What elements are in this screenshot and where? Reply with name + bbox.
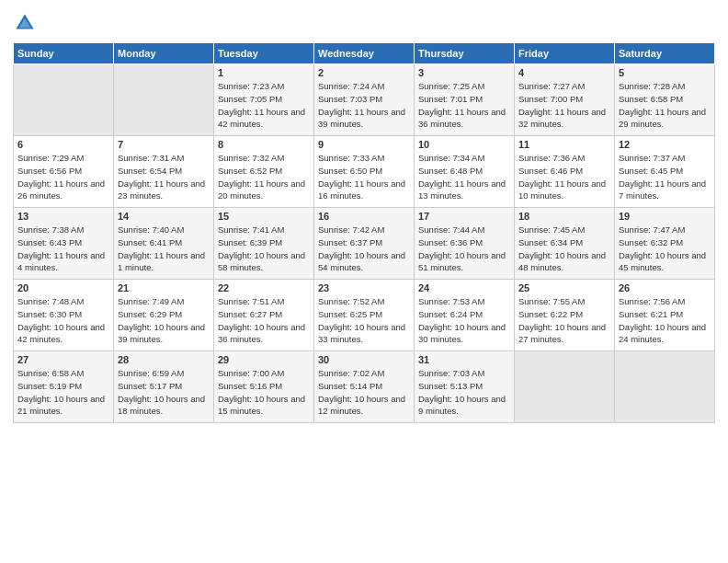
day-number: 28: [118, 354, 210, 365]
cell-info: Sunrise: 7:49 AM Sunset: 6:29 PM Dayligh…: [118, 295, 210, 346]
day-number: 8: [218, 139, 310, 150]
cell-info: Sunrise: 7:25 AM Sunset: 7:01 PM Dayligh…: [418, 80, 510, 131]
cell-info: Sunrise: 7:48 AM Sunset: 6:30 PM Dayligh…: [17, 295, 109, 346]
day-header-monday: Monday: [114, 43, 214, 64]
calendar-cell: [14, 64, 114, 136]
calendar-cell: 27Sunrise: 6:58 AM Sunset: 5:19 PM Dayli…: [14, 351, 114, 423]
calendar-week-1: 1Sunrise: 7:23 AM Sunset: 7:05 PM Daylig…: [14, 64, 715, 136]
day-number: 13: [17, 211, 109, 222]
header-row: SundayMondayTuesdayWednesdayThursdayFrid…: [14, 43, 715, 64]
calendar-cell: 2Sunrise: 7:24 AM Sunset: 7:03 PM Daylig…: [314, 64, 415, 136]
cell-info: Sunrise: 7:40 AM Sunset: 6:41 PM Dayligh…: [118, 224, 210, 274]
header: [13, 9, 715, 37]
calendar-cell: 17Sunrise: 7:44 AM Sunset: 6:36 PM Dayli…: [415, 208, 515, 280]
cell-info: Sunrise: 7:47 AM Sunset: 6:32 PM Dayligh…: [619, 224, 711, 274]
day-number: 12: [619, 139, 711, 150]
cell-info: Sunrise: 7:29 AM Sunset: 6:56 PM Dayligh…: [17, 152, 109, 202]
calendar-cell: 15Sunrise: 7:41 AM Sunset: 6:39 PM Dayli…: [214, 208, 314, 280]
cell-info: Sunrise: 7:44 AM Sunset: 6:36 PM Dayligh…: [418, 224, 510, 274]
calendar-cell: 16Sunrise: 7:42 AM Sunset: 6:37 PM Dayli…: [314, 208, 415, 280]
cell-info: Sunrise: 7:33 AM Sunset: 6:50 PM Dayligh…: [318, 152, 410, 202]
cell-info: Sunrise: 6:59 AM Sunset: 5:17 PM Dayligh…: [118, 367, 210, 418]
day-number: 24: [418, 282, 510, 293]
cell-info: Sunrise: 7:37 AM Sunset: 6:45 PM Dayligh…: [619, 152, 711, 202]
calendar-cell: 12Sunrise: 7:37 AM Sunset: 6:45 PM Dayli…: [615, 136, 715, 208]
calendar-cell: 4Sunrise: 7:27 AM Sunset: 7:00 PM Daylig…: [515, 64, 615, 136]
calendar-cell: 30Sunrise: 7:02 AM Sunset: 5:14 PM Dayli…: [314, 351, 415, 423]
calendar-week-5: 27Sunrise: 6:58 AM Sunset: 5:19 PM Dayli…: [14, 351, 715, 423]
day-number: 25: [518, 282, 610, 293]
day-number: 17: [418, 211, 510, 222]
cell-info: Sunrise: 7:36 AM Sunset: 6:46 PM Dayligh…: [518, 152, 610, 202]
cell-info: Sunrise: 7:42 AM Sunset: 6:37 PM Dayligh…: [318, 224, 410, 274]
day-number: 20: [17, 282, 109, 293]
day-number: 11: [518, 139, 610, 150]
calendar-cell: 18Sunrise: 7:45 AM Sunset: 6:34 PM Dayli…: [515, 208, 615, 280]
cell-info: Sunrise: 7:24 AM Sunset: 7:03 PM Dayligh…: [318, 80, 410, 131]
page: SundayMondayTuesdayWednesdayThursdayFrid…: [0, 0, 728, 432]
calendar-cell: 31Sunrise: 7:03 AM Sunset: 5:13 PM Dayli…: [415, 351, 515, 423]
day-number: 18: [518, 211, 610, 222]
cell-info: Sunrise: 7:00 AM Sunset: 5:16 PM Dayligh…: [218, 367, 310, 418]
logo-icon: [15, 13, 35, 33]
cell-info: Sunrise: 7:28 AM Sunset: 6:58 PM Dayligh…: [619, 80, 711, 131]
cell-info: Sunrise: 7:51 AM Sunset: 6:27 PM Dayligh…: [218, 295, 310, 346]
calendar-cell: 25Sunrise: 7:55 AM Sunset: 6:22 PM Dayli…: [515, 280, 615, 351]
day-header-wednesday: Wednesday: [314, 43, 415, 64]
day-number: 30: [318, 354, 410, 365]
calendar-cell: 6Sunrise: 7:29 AM Sunset: 6:56 PM Daylig…: [14, 136, 114, 208]
day-number: 14: [118, 211, 210, 222]
calendar-cell: 7Sunrise: 7:31 AM Sunset: 6:54 PM Daylig…: [114, 136, 214, 208]
day-number: 6: [17, 139, 109, 150]
cell-info: Sunrise: 7:32 AM Sunset: 6:52 PM Dayligh…: [218, 152, 310, 202]
day-header-saturday: Saturday: [615, 43, 715, 64]
cell-info: Sunrise: 7:41 AM Sunset: 6:39 PM Dayligh…: [218, 224, 310, 274]
calendar-cell: 9Sunrise: 7:33 AM Sunset: 6:50 PM Daylig…: [314, 136, 415, 208]
day-number: 19: [619, 211, 711, 222]
calendar-cell: 19Sunrise: 7:47 AM Sunset: 6:32 PM Dayli…: [615, 208, 715, 280]
calendar-cell: [114, 64, 214, 136]
calendar-cell: 21Sunrise: 7:49 AM Sunset: 6:29 PM Dayli…: [114, 280, 214, 351]
day-number: 7: [118, 139, 210, 150]
calendar-cell: 29Sunrise: 7:00 AM Sunset: 5:16 PM Dayli…: [214, 351, 314, 423]
cell-info: Sunrise: 7:02 AM Sunset: 5:14 PM Dayligh…: [318, 367, 410, 418]
day-number: 23: [318, 282, 410, 293]
cell-info: Sunrise: 7:55 AM Sunset: 6:22 PM Dayligh…: [518, 295, 610, 346]
calendar-cell: 3Sunrise: 7:25 AM Sunset: 7:01 PM Daylig…: [415, 64, 515, 136]
calendar-cell: 23Sunrise: 7:52 AM Sunset: 6:25 PM Dayli…: [314, 280, 415, 351]
calendar-week-4: 20Sunrise: 7:48 AM Sunset: 6:30 PM Dayli…: [14, 280, 715, 351]
calendar-cell: 10Sunrise: 7:34 AM Sunset: 6:48 PM Dayli…: [415, 136, 515, 208]
day-number: 16: [318, 211, 410, 222]
day-number: 2: [318, 67, 410, 78]
day-number: 3: [418, 67, 510, 78]
cell-info: Sunrise: 7:45 AM Sunset: 6:34 PM Dayligh…: [518, 224, 610, 274]
calendar-cell: 28Sunrise: 6:59 AM Sunset: 5:17 PM Dayli…: [114, 351, 214, 423]
calendar-cell: 26Sunrise: 7:56 AM Sunset: 6:21 PM Dayli…: [615, 280, 715, 351]
calendar-week-2: 6Sunrise: 7:29 AM Sunset: 6:56 PM Daylig…: [14, 136, 715, 208]
cell-info: Sunrise: 7:03 AM Sunset: 5:13 PM Dayligh…: [418, 367, 510, 418]
cell-info: Sunrise: 7:27 AM Sunset: 7:00 PM Dayligh…: [518, 80, 610, 131]
calendar-cell: [515, 351, 615, 423]
day-header-tuesday: Tuesday: [214, 43, 314, 64]
day-number: 9: [318, 139, 410, 150]
cell-info: Sunrise: 7:31 AM Sunset: 6:54 PM Dayligh…: [118, 152, 210, 202]
day-number: 27: [17, 354, 109, 365]
calendar-cell: 14Sunrise: 7:40 AM Sunset: 6:41 PM Dayli…: [114, 208, 214, 280]
calendar-cell: 5Sunrise: 7:28 AM Sunset: 6:58 PM Daylig…: [615, 64, 715, 136]
calendar-cell: 1Sunrise: 7:23 AM Sunset: 7:05 PM Daylig…: [214, 64, 314, 136]
cell-info: Sunrise: 6:58 AM Sunset: 5:19 PM Dayligh…: [17, 367, 109, 418]
day-number: 29: [218, 354, 310, 365]
cell-info: Sunrise: 7:23 AM Sunset: 7:05 PM Dayligh…: [218, 80, 310, 131]
calendar-cell: 11Sunrise: 7:36 AM Sunset: 6:46 PM Dayli…: [515, 136, 615, 208]
cell-info: Sunrise: 7:38 AM Sunset: 6:43 PM Dayligh…: [17, 224, 109, 274]
day-number: 5: [619, 67, 711, 78]
day-number: 22: [218, 282, 310, 293]
day-number: 4: [518, 67, 610, 78]
day-number: 21: [118, 282, 210, 293]
calendar-cell: 24Sunrise: 7:53 AM Sunset: 6:24 PM Dayli…: [415, 280, 515, 351]
calendar-cell: 8Sunrise: 7:32 AM Sunset: 6:52 PM Daylig…: [214, 136, 314, 208]
day-number: 1: [218, 67, 310, 78]
day-number: 10: [418, 139, 510, 150]
day-number: 26: [619, 282, 711, 293]
calendar-table: SundayMondayTuesdayWednesdayThursdayFrid…: [13, 42, 715, 423]
